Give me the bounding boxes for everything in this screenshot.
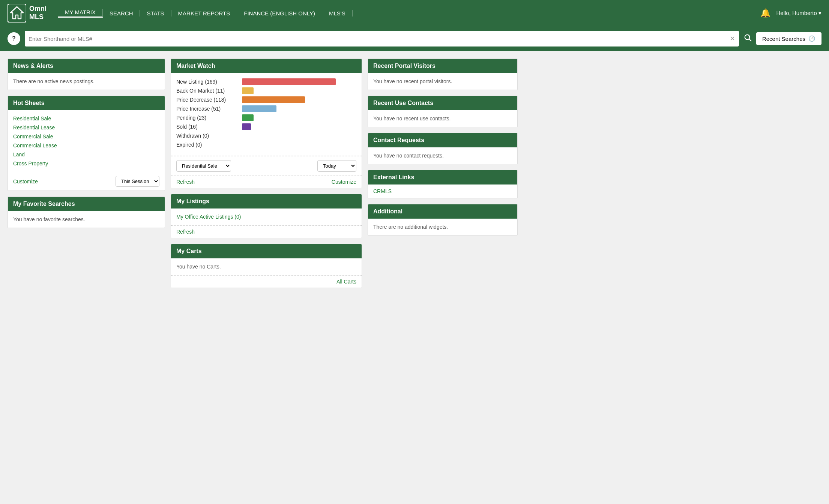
nav-item-mlss[interactable]: MLS'S [322,10,353,16]
nav-item-stats[interactable]: STATS [140,10,171,16]
my-listings-refresh-link[interactable]: Refresh [176,229,195,235]
notification-bell-icon[interactable]: 🔔 [760,8,770,18]
all-carts-link[interactable]: All Carts [336,279,356,285]
my-listings-body: My Office Active Listings (0) [171,208,362,225]
svg-line-3 [749,39,751,41]
user-greeting[interactable]: Hello, Humberto ▾ [776,10,821,16]
market-bar [242,87,254,94]
hot-sheets-widget: Hot Sheets Residential Sale Residential … [8,96,165,191]
market-row-label[interactable]: Back On Market (11) [176,88,238,94]
market-watch-controls: Residential Sale Residential Lease Comme… [171,156,362,176]
list-item[interactable]: Land [13,150,159,159]
market-bar-container [242,123,356,130]
market-row: Pending (23) [176,114,356,121]
market-row: New Listing (169) [176,78,356,85]
additional-widget: Additional There are no additional widge… [368,204,518,236]
market-watch-actions: Refresh Customize [171,176,362,188]
contact-requests-header: Contact Requests [368,133,517,147]
market-row: Price Decrease (118) [176,96,356,103]
logo-text-omni: Omni [29,5,47,13]
nav-item-market-reports[interactable]: MARKET REPORTS [171,10,237,16]
market-watch-customize-link[interactable]: Customize [332,179,356,185]
search-submit-button[interactable] [743,33,752,44]
nav-links: MY MATRIX SEARCH STATS MARKET REPORTS FI… [58,9,760,18]
market-bar [242,123,251,130]
my-favorite-searches-widget: My Favorite Searches You have no favorit… [8,196,165,228]
search-input-wrapper: ✕ [25,31,739,46]
market-row-label[interactable]: Price Increase (51) [176,106,238,112]
market-row-label[interactable]: Withdrawn (0) [176,133,238,139]
external-link-crmls[interactable]: CRMLS [368,184,517,198]
date-select[interactable]: Today Yesterday This Week [317,160,356,172]
column-3: Recent Portal Visitors You have no recen… [368,58,518,294]
market-row-label[interactable]: Expired (0) [176,142,238,148]
market-row-label[interactable]: Sold (16) [176,124,238,130]
recent-searches-clock-icon: 🕐 [808,35,815,42]
contact-requests-body: You have no contact requests. [368,147,517,164]
hot-sheets-customize-row: Customize This Session Today Yesterday [8,172,165,190]
list-item[interactable]: Residential Sale [13,114,159,123]
market-watch-widget: Market Watch New Listing (169)Back On Ma… [171,58,362,188]
hot-sheets-header: Hot Sheets [8,96,165,110]
recent-portal-visitors-body: You have no recent portal visitors. [368,73,517,90]
hot-sheets-list: Residential Sale Residential Lease Comme… [8,110,165,172]
hot-sheets-customize-link[interactable]: Customize [13,178,38,184]
market-bar-container [242,132,356,139]
external-links-header: External Links [368,170,517,184]
market-row: Price Increase (51) [176,105,356,112]
recent-portal-visitors-widget: Recent Portal Visitors You have no recen… [368,58,518,90]
column-2: Market Watch New Listing (169)Back On Ma… [171,58,362,294]
external-links-widget: External Links CRMLS [368,170,518,198]
market-bar-container [242,141,356,148]
market-row-label[interactable]: New Listing (169) [176,79,238,85]
market-bar-container [242,96,356,103]
logo-text-mls: MLS [29,13,47,21]
nav-right: 🔔 Hello, Humberto ▾ [760,8,821,18]
market-watch-body: New Listing (169)Back On Market (11)Pric… [171,73,362,156]
market-row-label[interactable]: Pending (23) [176,115,238,121]
help-button[interactable]: ? [8,32,20,45]
search-input[interactable] [29,36,730,42]
news-alerts-header: News & Alerts [8,59,165,73]
additional-body: There are no additional widgets. [368,219,517,235]
market-bar [242,105,276,112]
list-item[interactable]: Residential Lease [13,123,159,132]
list-item[interactable]: Commercial Sale [13,132,159,141]
market-bar-container [242,87,356,94]
recent-use-contacts-header: Recent Use Contacts [368,96,517,110]
my-listings-actions: Refresh [171,225,362,238]
recent-portal-visitors-header: Recent Portal Visitors [368,59,517,73]
market-watch-refresh-link[interactable]: Refresh [176,179,195,185]
market-bar [242,114,254,121]
logo[interactable]: Omni MLS [8,4,47,22]
market-row: Sold (16) [176,123,356,130]
market-bar [242,78,336,85]
market-bar-container [242,114,356,121]
my-listings-header: My Listings [171,194,362,208]
my-favorite-searches-header: My Favorite Searches [8,197,165,211]
market-row: Withdrawn (0) [176,132,356,139]
my-listings-office-active[interactable]: My Office Active Listings (0) [176,214,241,220]
my-carts-header: My Carts [171,244,362,258]
list-item[interactable]: Cross Property [13,159,159,168]
market-bar-container [242,105,356,112]
my-carts-widget: My Carts You have no Carts. All Carts [171,244,362,288]
nav-item-mymatrix[interactable]: MY MATRIX [58,9,103,18]
my-favorite-searches-body: You have no favorite searches. [8,211,165,228]
search-icon [743,33,752,42]
market-row-label[interactable]: Price Decrease (118) [176,97,238,103]
market-row: Expired (0) [176,141,356,148]
nav-item-finance[interactable]: FINANCE (ENGLISH ONLY) [237,10,322,16]
market-watch-header: Market Watch [171,59,362,73]
recent-searches-button[interactable]: Recent Searches 🕐 [756,32,821,45]
top-navigation: Omni MLS MY MATRIX SEARCH STATS MARKET R… [0,0,829,26]
column-1: News & Alerts There are no active news p… [8,58,165,294]
session-select[interactable]: This Session Today Yesterday [116,176,159,187]
my-listings-widget: My Listings My Office Active Listings (0… [171,194,362,238]
market-row: Back On Market (11) [176,87,356,94]
search-clear-button[interactable]: ✕ [730,34,735,43]
list-item[interactable]: Commercial Lease [13,141,159,150]
main-content: News & Alerts There are no active news p… [0,51,525,301]
nav-item-search[interactable]: SEARCH [103,10,140,16]
property-type-select[interactable]: Residential Sale Residential Lease Comme… [176,160,231,172]
